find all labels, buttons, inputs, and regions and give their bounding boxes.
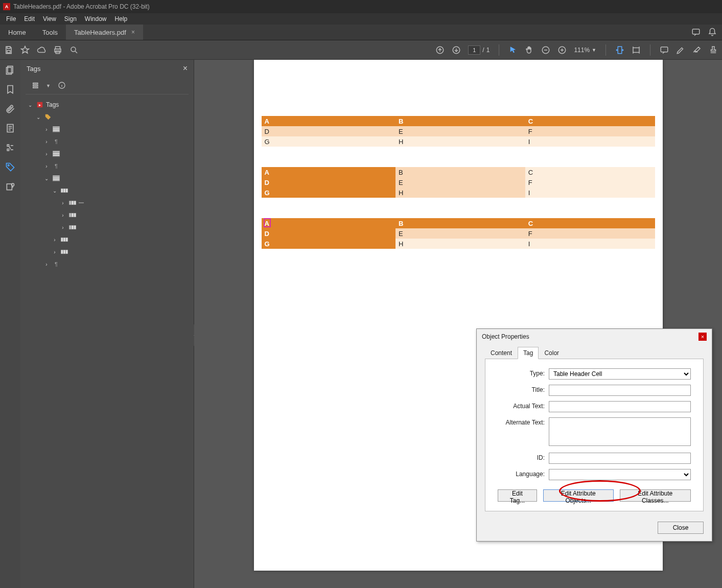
tree-arrow-icon[interactable]: › [43,151,50,157]
menu-help[interactable]: Help [111,15,132,22]
tree-row[interactable]: › [24,233,191,246]
dialog-tab-content[interactable]: Content [485,347,518,359]
content-icon[interactable] [5,123,15,133]
menu-edit[interactable]: Edit [20,15,39,22]
svg-rect-60 [63,250,65,254]
zoom-out-icon[interactable] [541,45,550,55]
svg-rect-39 [61,189,63,193]
attachment-icon[interactable] [5,104,15,114]
accessibility-icon[interactable] [5,181,15,192]
cell: E [395,177,525,187]
svg-rect-56 [63,238,65,242]
tree-arrow-icon[interactable]: › [43,163,50,169]
type-select[interactable]: Table Header Cell [549,368,691,380]
cloud-icon[interactable] [37,45,46,55]
tree-row[interactable]: ›¶ [24,258,191,270]
chevron-down-icon[interactable]: ▼ [46,83,51,88]
bell-icon[interactable] [708,28,717,37]
tree-row[interactable]: › [24,209,191,221]
tab-close-icon[interactable]: × [131,29,135,36]
tree-arrow-icon[interactable]: › [43,127,50,132]
print-icon[interactable] [53,45,62,55]
tree-arrow-icon[interactable]: › [51,237,58,243]
highlight-icon[interactable] [676,45,685,55]
edit-tag-button[interactable]: Edit Tag... [498,489,537,502]
tab-home[interactable]: Home [0,25,34,40]
tab-tools[interactable]: Tools [34,25,66,40]
menu-window[interactable]: Window [81,15,111,22]
order-icon[interactable] [5,143,15,153]
tree-row[interactable]: › [24,246,191,258]
bookmark-icon[interactable] [5,84,15,95]
hand-icon[interactable] [525,45,534,55]
edit-attribute-objects-button[interactable]: Edit Attribute Objects... [543,489,614,502]
svg-rect-12 [633,48,639,52]
menu-view[interactable]: View [39,15,60,22]
dialog-tab-color[interactable]: Color [539,347,565,359]
tree-row[interactable]: › [24,221,191,233]
tree-arrow-icon[interactable]: › [59,213,66,218]
tree-row[interactable]: › [24,123,191,135]
tree-row[interactable]: › [24,197,191,209]
language-select[interactable] [549,469,691,480]
svg-point-19 [12,183,14,186]
tree-arrow-icon[interactable]: ⌄ [51,188,58,194]
document-area[interactable]: ABC DEF GHI ABC DEF GHI ABC DEF GHI Obje… [194,60,722,588]
panel-options-icon[interactable] [32,81,41,90]
svg-rect-21 [33,85,38,86]
tree-arrow-icon[interactable]: › [51,249,58,255]
svg-point-6 [71,47,76,52]
star-icon[interactable] [20,45,30,55]
tree-arrow-icon[interactable]: › [59,200,66,206]
tree-node-icon [52,175,60,182]
tags-tree[interactable]: ⌄▸Tags⌄››¶››¶⌄⌄››››››¶ [20,95,194,588]
menu-sign[interactable]: Sign [60,15,81,22]
tree-arrow-icon[interactable]: › [43,139,50,145]
dialog-titlebar[interactable]: Object Properties × [477,329,712,344]
page-current-input[interactable] [468,45,480,55]
dialog-tab-tag[interactable]: Tag [518,347,539,359]
page-down-icon[interactable] [452,45,461,55]
close-button[interactable]: Close [658,522,704,534]
cell: I [525,187,655,198]
tree-row[interactable]: › [24,148,191,160]
sign-icon[interactable] [692,45,702,55]
tree-arrow-icon[interactable]: › [59,225,66,230]
id-input[interactable] [549,453,691,464]
pages-icon[interactable] [5,65,15,75]
zoom-value: 111% [574,46,590,54]
zoom-in-icon[interactable] [557,45,567,55]
tree-row[interactable]: ›¶ [24,135,191,148]
panel-close-icon[interactable]: × [183,64,188,73]
actual-text-input[interactable] [549,401,691,412]
tree-row[interactable]: ›¶ [24,160,191,172]
chat-icon[interactable] [691,28,701,37]
search-icon[interactable] [69,45,79,55]
tree-arrow-icon[interactable]: ⌄ [43,176,50,181]
toolbar: / 1 111%▼ [0,40,722,60]
tab-document[interactable]: TableHeaders.pdf × [66,25,143,40]
page-up-icon[interactable] [435,45,445,55]
info-icon[interactable] [58,81,67,90]
fit-width-icon[interactable] [615,45,624,55]
pointer-icon[interactable] [508,45,518,55]
fit-page-icon[interactable] [632,45,641,55]
tree-row[interactable]: ⌄ [24,172,191,184]
comment-icon[interactable] [660,45,669,55]
alternate-text-input[interactable] [549,417,691,446]
stamp-icon[interactable] [709,45,718,55]
tree-arrow-icon[interactable]: ⌄ [35,114,42,120]
tree-row[interactable]: ⌄ [24,111,191,123]
tree-arrow-icon[interactable]: ⌄ [27,102,34,108]
edit-attribute-classes-button[interactable]: Edit Attribute Classes... [620,489,691,502]
tree-node-icon [68,211,77,219]
dialog-close-icon[interactable]: × [698,333,707,341]
zoom-indicator[interactable]: 111%▼ [574,46,596,54]
menu-file[interactable]: File [2,15,20,22]
tree-arrow-icon[interactable]: › [43,262,50,267]
tree-row[interactable]: ⌄▸Tags [24,99,191,111]
save-icon[interactable] [4,45,13,55]
title-input[interactable] [549,385,691,396]
tags-icon[interactable] [5,162,15,172]
tree-row[interactable]: ⌄ [24,184,191,197]
